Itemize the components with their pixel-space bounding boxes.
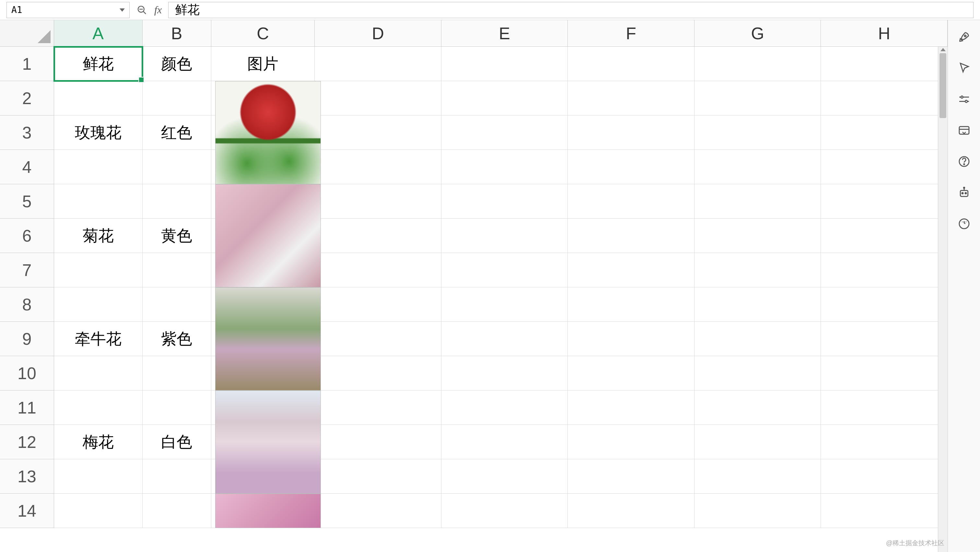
row-header-1[interactable]: 1 (0, 47, 54, 81)
cell-G13[interactable] (695, 459, 821, 494)
cell-H1[interactable] (821, 47, 948, 81)
cell-G6[interactable] (695, 219, 821, 253)
cell-G9[interactable] (695, 322, 821, 356)
cell-H5[interactable] (821, 184, 948, 219)
fx-label[interactable]: fx (154, 4, 162, 16)
cell-H3[interactable] (821, 115, 948, 150)
cell-A14[interactable] (54, 494, 143, 528)
row-header-11[interactable]: 11 (0, 391, 54, 425)
cell-B11[interactable] (143, 391, 211, 425)
row-header-12[interactable]: 12 (0, 425, 54, 459)
row-header-13[interactable]: 13 (0, 459, 54, 494)
cell-D4[interactable] (315, 150, 441, 184)
cell-B4[interactable] (143, 150, 211, 184)
cell-D9[interactable] (315, 322, 441, 356)
cell-D5[interactable] (315, 184, 441, 219)
row-header-2[interactable]: 2 (0, 81, 54, 115)
cell-H11[interactable] (821, 391, 948, 425)
cell-H4[interactable] (821, 150, 948, 184)
row-header-10[interactable]: 10 (0, 356, 54, 391)
cell-E8[interactable] (441, 287, 568, 322)
cell-G7[interactable] (695, 253, 821, 287)
cell-F9[interactable] (568, 322, 695, 356)
cell-B14[interactable] (143, 494, 211, 528)
cell-B6[interactable]: 黄色 (143, 219, 211, 253)
cell-A11[interactable] (54, 391, 143, 425)
cell-F12[interactable] (568, 425, 695, 459)
embedded-image-photo2[interactable] (215, 287, 321, 391)
cell-G11[interactable] (695, 391, 821, 425)
column-header-E[interactable]: E (441, 20, 568, 46)
cell-F11[interactable] (568, 391, 695, 425)
cell-D3[interactable] (315, 115, 441, 150)
cell-A1[interactable]: 鲜花 (54, 47, 143, 81)
column-header-D[interactable]: D (315, 20, 441, 46)
cell-B3[interactable]: 红色 (143, 115, 211, 150)
cell-E7[interactable] (441, 253, 568, 287)
cell-E11[interactable] (441, 391, 568, 425)
cell-G8[interactable] (695, 287, 821, 322)
cell-G3[interactable] (695, 115, 821, 150)
cell-A7[interactable] (54, 253, 143, 287)
cell-F5[interactable] (568, 184, 695, 219)
cell-F2[interactable] (568, 81, 695, 115)
select-all-corner[interactable] (0, 20, 54, 46)
cell-E5[interactable] (441, 184, 568, 219)
cell-G14[interactable] (695, 494, 821, 528)
cell-E10[interactable] (441, 356, 568, 391)
formula-input[interactable]: 鲜花 (168, 2, 974, 18)
cell-A3[interactable]: 玫瑰花 (54, 115, 143, 150)
cell-D12[interactable] (315, 425, 441, 459)
cell-D13[interactable] (315, 459, 441, 494)
cell-E12[interactable] (441, 425, 568, 459)
cell-H8[interactable] (821, 287, 948, 322)
cell-D11[interactable] (315, 391, 441, 425)
cell-D1[interactable] (315, 47, 441, 81)
cell-F3[interactable] (568, 115, 695, 150)
cell-B1[interactable]: 颜色 (143, 47, 211, 81)
cursor-icon[interactable] (957, 61, 971, 75)
cell-E1[interactable] (441, 47, 568, 81)
cell-G10[interactable] (695, 356, 821, 391)
cell-B5[interactable] (143, 184, 211, 219)
cell-A8[interactable] (54, 287, 143, 322)
row-header-7[interactable]: 7 (0, 253, 54, 287)
row-header-8[interactable]: 8 (0, 287, 54, 322)
scroll-up-arrow-icon[interactable] (940, 48, 946, 51)
cell-F7[interactable] (568, 253, 695, 287)
embedded-image-photo4[interactable] (215, 494, 321, 528)
row-header-14[interactable]: 14 (0, 494, 54, 528)
cell-E13[interactable] (441, 459, 568, 494)
cell-E9[interactable] (441, 322, 568, 356)
embedded-image-photo1[interactable] (215, 184, 321, 287)
zoom-out-icon[interactable] (136, 4, 148, 16)
name-box-dropdown-icon[interactable] (119, 8, 125, 12)
rocket-icon[interactable] (957, 30, 971, 44)
cell-D14[interactable] (315, 494, 441, 528)
cell-H13[interactable] (821, 459, 948, 494)
cell-D10[interactable] (315, 356, 441, 391)
cell-H6[interactable] (821, 219, 948, 253)
cell-F13[interactable] (568, 459, 695, 494)
cell-A12[interactable]: 梅花 (54, 425, 143, 459)
cell-A2[interactable] (54, 81, 143, 115)
cell-A9[interactable]: 牵牛花 (54, 322, 143, 356)
row-header-5[interactable]: 5 (0, 184, 54, 219)
cell-D2[interactable] (315, 81, 441, 115)
cell-B12[interactable]: 白色 (143, 425, 211, 459)
cell-B10[interactable] (143, 356, 211, 391)
cell-G1[interactable] (695, 47, 821, 81)
panel-icon[interactable] (957, 123, 971, 137)
embedded-image-photo3[interactable] (215, 391, 321, 494)
cell-G2[interactable] (695, 81, 821, 115)
cell-D6[interactable] (315, 219, 441, 253)
cell-H14[interactable] (821, 494, 948, 528)
cell-B8[interactable] (143, 287, 211, 322)
cell-G5[interactable] (695, 184, 821, 219)
cell-H7[interactable] (821, 253, 948, 287)
column-header-A[interactable]: A (54, 20, 143, 46)
cell-F1[interactable] (568, 47, 695, 81)
cell-H10[interactable] (821, 356, 948, 391)
cell-F8[interactable] (568, 287, 695, 322)
slider-icon[interactable] (957, 92, 971, 106)
